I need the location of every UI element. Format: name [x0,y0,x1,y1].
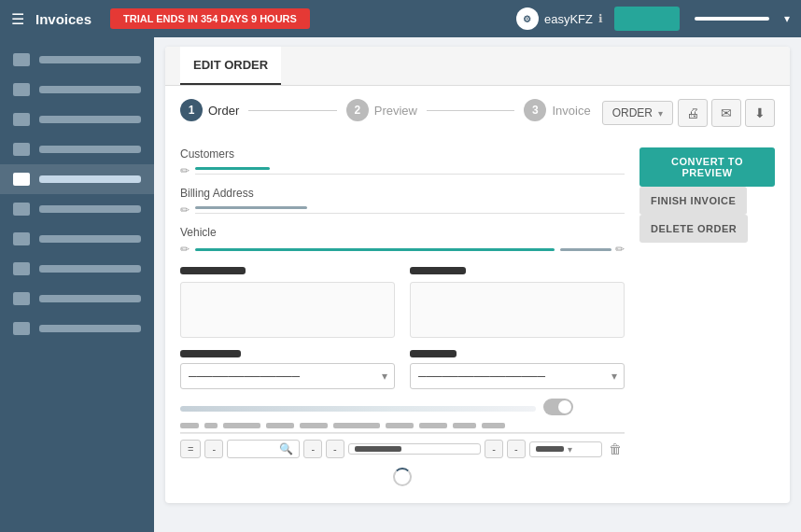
sidebar-label-4 [39,146,141,153]
sidebar-icon-7 [13,232,30,245]
topbar-slider[interactable] [695,17,769,21]
col-header-5 [300,423,328,428]
sidebar-item-1[interactable] [0,45,154,75]
sidebar-item-5-active[interactable] [0,164,154,194]
download-button[interactable]: ⬇ [745,99,775,127]
billing-edit-icon[interactable]: ✏ [180,203,190,217]
toggle-switch[interactable] [543,399,573,415]
field4-label-bar [410,350,457,357]
step-1-label: Order [208,104,239,118]
step-1: 1 Order [180,99,239,121]
vehicle-label: Vehicle [180,226,625,239]
vehicle-value-bar [195,248,555,251]
sidebar-item-4[interactable] [0,134,154,164]
form-grid-item-2 [410,267,625,341]
form-grid-row2: ────────────── ──────────────── [180,350,625,389]
form-left: Customers ✏ Billing Address [180,147,625,490]
sidebar-item-9[interactable] [0,284,154,314]
sidebar-icon-3 [13,113,30,126]
toolbar-select-wrap [348,443,482,455]
step-2: 2 Preview [346,99,417,121]
sidebar-item-3[interactable] [0,105,154,134]
col-header-7 [386,423,414,428]
convert-to-preview-button[interactable]: CONVERT TO PREVIEW [639,147,775,187]
main-form-area: Customers ✏ Billing Address [180,147,775,490]
sidebar-item-10[interactable] [0,314,154,343]
brand-name: easyKFZ [544,12,593,26]
vehicle-right-part: ✏ [560,243,625,256]
sidebar-item-7[interactable] [0,224,154,254]
search-icon: 🔍 [279,442,293,455]
col-header-10 [482,423,505,428]
loading-spinner [393,468,412,486]
delete-order-button[interactable]: DELETE ORDER [639,215,748,243]
toolbar-search-input[interactable] [233,443,275,455]
info-icon[interactable]: ℹ [598,12,603,25]
toolbar-delete-button[interactable]: 🗑 [606,440,625,458]
billing-field-row: ✏ [180,203,625,217]
sidebar-icon-8 [13,262,30,275]
step-2-label: Preview [374,104,417,118]
textarea-2[interactable] [410,282,625,338]
col-header-3 [223,423,260,428]
sidebar-label-8 [39,265,141,273]
customers-section: Customers ✏ [180,147,625,177]
customers-edit-icon[interactable]: ✏ [180,164,190,177]
customers-underline [195,174,625,175]
billing-label: Billing Address [180,187,625,200]
sidebar-item-8[interactable] [0,254,154,284]
table-header [180,419,625,433]
col-header-1 [180,423,199,428]
col-header-9 [453,423,476,428]
textarea-1[interactable] [180,282,395,338]
toolbar-row: = - 🔍 - - - - [180,433,625,464]
bottom-loading [180,464,625,490]
customers-value-bar [195,167,270,170]
sidebar-icon-4 [13,143,30,156]
sidebar-label-5 [39,175,141,183]
sidebar-icon-6 [13,203,30,216]
sidebar-item-2[interactable] [0,75,154,105]
form-grid-item-3: ────────────── [180,350,395,389]
menu-icon[interactable]: ☰ [11,10,24,28]
email-button[interactable]: ✉ [711,99,741,127]
sidebar-label-3 [39,116,141,123]
toggle-knob [558,400,571,413]
customers-field-row: ✏ [180,164,625,177]
order-dropdown[interactable]: ORDER ▾ [602,101,673,125]
billing-underline [195,213,625,214]
email-icon: ✉ [721,105,732,120]
brand-icon: ⚙ [516,7,539,30]
select-1[interactable]: ────────────── [180,363,395,389]
toolbar-btn-minus3[interactable]: - [326,440,344,458]
toolbar-btn-equals[interactable]: = [180,440,201,458]
form-grid-item-1 [180,267,395,341]
scroll-bar[interactable] [180,406,536,412]
toolbar-btn-minus5[interactable]: - [507,440,526,458]
sidebar-label-7 [39,235,141,243]
finish-invoice-button[interactable]: FINISH INVOICE [639,187,747,215]
main-layout: EDIT ORDER 1 Order 2 Preview [0,37,801,532]
step-2-circle: 2 [346,99,369,121]
topbar-chevron-icon[interactable]: ▾ [784,12,790,25]
toolbar-btn-minus2[interactable]: - [303,440,322,458]
select-2[interactable]: ──────────────── [410,363,625,389]
tab-edit-order[interactable]: EDIT ORDER [180,47,281,85]
sidebar-label-9 [39,295,141,302]
sidebar-item-6[interactable] [0,194,154,224]
order-dropdown-label: ORDER [612,106,653,119]
right-actions: CONVERT TO PREVIEW FINISH INVOICE DELETE… [639,147,775,490]
toolbar-btn-minus1[interactable]: - [204,440,223,458]
step-3: 3 Invoice [524,99,590,121]
sidebar-label-2 [39,86,141,93]
select-wrapper-1: ────────────── [180,363,395,389]
panel-body: 1 Order 2 Preview 3 Invoice [165,86,790,503]
vehicle-edit-icon[interactable]: ✏ [180,243,190,256]
topbar: ☰ Invoices TRIAL ENDS IN 354 DAYS 9 HOUR… [0,0,801,37]
tab-header: EDIT ORDER [165,47,790,86]
vehicle-extra-edit-icon[interactable]: ✏ [615,243,625,256]
topbar-action-button[interactable] [614,7,680,31]
toolbar-btn-minus4[interactable]: - [485,440,503,458]
toolbar-search-wrap: 🔍 [227,440,300,458]
print-button[interactable]: 🖨 [678,99,708,127]
